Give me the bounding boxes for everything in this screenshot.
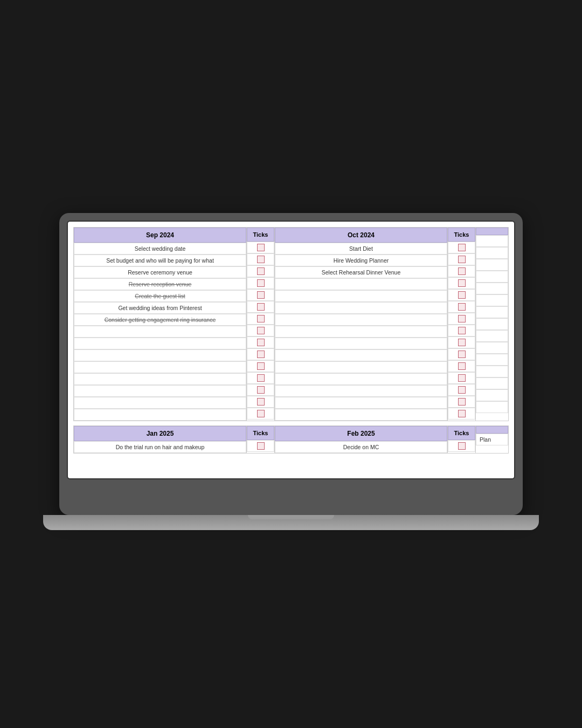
checkbox-icon[interactable] — [257, 256, 265, 263]
oct2024-tick-2[interactable] — [448, 253, 475, 265]
oct2024-tick-11[interactable] — [448, 360, 475, 372]
oct2024-tick-10[interactable] — [448, 348, 475, 360]
oct2024-task-1: Start Diet — [275, 243, 447, 255]
checkbox-icon[interactable] — [458, 410, 466, 417]
oct2024-task-15 — [275, 409, 447, 421]
oct2024-tick-12[interactable] — [448, 372, 475, 384]
oct2024-tick-15[interactable] — [448, 408, 475, 420]
checkbox-icon[interactable] — [458, 386, 466, 394]
oct2024-task-7 — [275, 314, 447, 326]
extra-row-6 — [476, 294, 508, 306]
checkbox-icon[interactable] — [458, 339, 466, 346]
oct2024-task-8 — [275, 326, 447, 338]
oct2024-tick-14[interactable] — [448, 396, 475, 408]
sep2024-tick-12[interactable] — [247, 372, 274, 384]
extra-row-2 — [476, 247, 508, 259]
oct2024-task-3: Select Rehearsal Dinner Venue — [275, 266, 447, 278]
sep2024-tick-7[interactable] — [247, 313, 274, 325]
feb2025-ticks-header: Ticks — [448, 426, 475, 440]
sep2024-tick-14[interactable] — [247, 396, 274, 408]
oct2024-tick-13[interactable] — [448, 384, 475, 396]
checkbox-icon[interactable] — [257, 339, 265, 346]
checkbox-icon[interactable] — [458, 244, 466, 251]
sep2024-tick-3[interactable] — [247, 265, 274, 277]
extra-row-8 — [476, 318, 508, 330]
sep2024-tick-9[interactable] — [247, 336, 274, 348]
oct2024-tick-1[interactable] — [448, 242, 475, 253]
checkbox-icon[interactable] — [257, 315, 265, 322]
checkbox-icon[interactable] — [458, 279, 466, 287]
jan2025-header: Jan 2025 — [74, 426, 246, 441]
sep2024-tick-6[interactable] — [247, 301, 274, 313]
sep2024-task-4: Reserve reception venue — [74, 278, 246, 290]
extra-header — [476, 228, 508, 235]
checkbox-icon[interactable] — [257, 398, 265, 406]
extra-row-5 — [476, 283, 508, 294]
feb2025-tick-1[interactable] — [448, 440, 475, 452]
oct2024-task-14 — [275, 397, 447, 409]
extra-bottom-plan: Plan — [476, 434, 508, 445]
checkbox-icon[interactable] — [257, 244, 265, 251]
oct2024-task-13 — [275, 385, 447, 397]
sep2024-task-12 — [74, 373, 246, 385]
checkbox-icon[interactable] — [257, 291, 265, 299]
oct2024-tick-9[interactable] — [448, 336, 475, 348]
checkbox-icon[interactable] — [257, 267, 265, 275]
checkbox-icon[interactable] — [458, 327, 466, 334]
sep2024-tick-2[interactable] — [247, 253, 274, 265]
oct2024-tick-8[interactable] — [448, 325, 475, 336]
sep2024-task-7: Consider getting engagement ring insuran… — [74, 314, 246, 326]
sep2024-tick-11[interactable] — [247, 360, 274, 372]
extra-row-1 — [476, 235, 508, 247]
checkbox-icon[interactable] — [458, 362, 466, 370]
jan2025-tick-1[interactable] — [247, 440, 274, 452]
checkbox-icon[interactable] — [458, 351, 466, 358]
oct2024-tick-4[interactable] — [448, 277, 475, 289]
checkbox-icon[interactable] — [458, 442, 466, 450]
checkbox-icon[interactable] — [458, 315, 466, 322]
laptop-base — [43, 515, 539, 530]
sep2024-tick-15[interactable] — [247, 408, 274, 420]
sep2024-tick-13[interactable] — [247, 384, 274, 396]
oct2024-tick-5[interactable] — [448, 289, 475, 301]
extra-row-10 — [476, 342, 508, 354]
checkbox-icon[interactable] — [257, 374, 265, 382]
jan2025-task-1: Do the trial run on hair and makeup — [74, 441, 246, 453]
extra-row-4 — [476, 271, 508, 283]
extra-row-15 — [476, 401, 508, 413]
sep2024-task-15 — [74, 409, 246, 421]
sep2024-tick-5[interactable] — [247, 289, 274, 301]
checkbox-icon[interactable] — [257, 279, 265, 287]
checkbox-icon[interactable] — [458, 374, 466, 382]
checkbox-icon[interactable] — [458, 256, 466, 263]
oct2024-header: Oct 2024 — [275, 228, 447, 243]
checkbox-icon[interactable] — [257, 362, 265, 370]
oct2024-task-9 — [275, 338, 447, 349]
checkbox-icon[interactable] — [458, 291, 466, 299]
sep2024-task-13 — [74, 385, 246, 397]
checkbox-icon[interactable] — [257, 442, 265, 450]
sep2024-tick-1[interactable] — [247, 242, 274, 253]
feb2025-task-1: Decide on MC — [275, 441, 447, 453]
checkbox-icon[interactable] — [257, 351, 265, 358]
oct2024-task-4 — [275, 278, 447, 290]
checkbox-icon[interactable] — [257, 410, 265, 417]
sep2024-tick-10[interactable] — [247, 348, 274, 360]
sep2024-task-11 — [74, 361, 246, 373]
sep2024-task-9 — [74, 338, 246, 349]
checkbox-icon[interactable] — [458, 267, 466, 275]
oct2024-tick-6[interactable] — [448, 301, 475, 313]
jan2025-ticks-header: Ticks — [247, 426, 274, 440]
sep2024-tick-4[interactable] — [247, 277, 274, 289]
oct2024-tick-3[interactable] — [448, 265, 475, 277]
oct2024-tick-7[interactable] — [448, 313, 475, 325]
sep2024-tick-8[interactable] — [247, 325, 274, 336]
checkbox-icon[interactable] — [257, 327, 265, 334]
checkbox-icon[interactable] — [257, 303, 265, 311]
oct2024-task-11 — [275, 361, 447, 373]
checkbox-icon[interactable] — [257, 386, 265, 394]
checkbox-icon[interactable] — [458, 398, 466, 406]
checkbox-icon[interactable] — [458, 303, 466, 311]
spreadsheet: Sep 2024 Select wedding date Set budget … — [68, 222, 514, 478]
sep2024-task-2: Set budget and who will be paying for wh… — [74, 255, 246, 266]
